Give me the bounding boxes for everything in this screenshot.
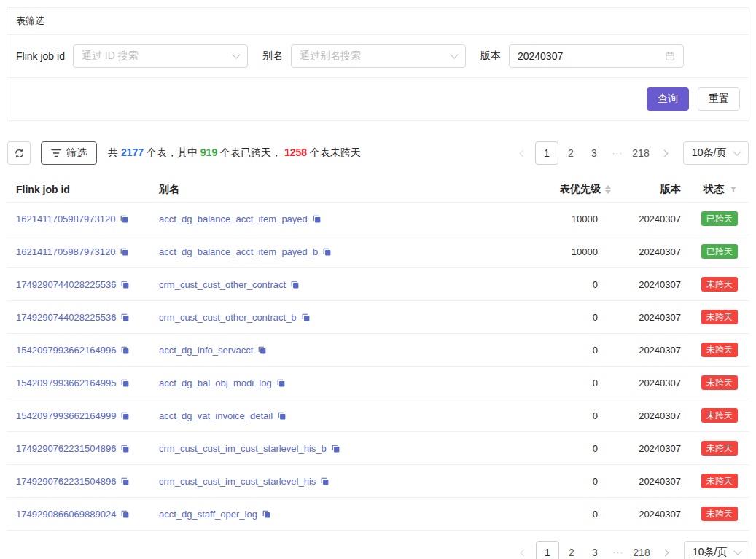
- status-badge: 未跨天: [701, 441, 738, 456]
- status-badge: 未跨天: [701, 343, 738, 357]
- alias-link[interactable]: crm_cust_cust_im_cust_starlevel_his: [159, 476, 316, 487]
- alias-link[interactable]: acct_dg_balance_acct_item_payed: [159, 214, 308, 224]
- calendar-icon: [665, 51, 675, 61]
- page-ellipsis[interactable]: ···: [607, 542, 629, 559]
- copy-icon[interactable]: [320, 477, 330, 486]
- summary-part: 共: [108, 146, 121, 158]
- copy-icon[interactable]: [120, 477, 130, 486]
- chevron-down-icon: [450, 50, 458, 58]
- flink-job-id-link[interactable]: 1749290762231504896: [16, 476, 116, 487]
- version-label: 版本: [480, 50, 501, 63]
- flink-job-id-link[interactable]: 1621411705987973120: [16, 214, 115, 224]
- chevron-down-icon: [733, 147, 741, 155]
- alias-link[interactable]: crm_cust_cust_other_contract_b: [159, 312, 297, 323]
- pagination-top: 1 2 3 ··· 218 10条/页: [511, 141, 749, 165]
- header-priority[interactable]: 表优先级: [487, 183, 611, 196]
- copy-icon[interactable]: [120, 444, 130, 453]
- header-priority-label: 表优先级: [560, 183, 601, 196]
- status-badge: 已跨天: [701, 211, 738, 226]
- copy-icon[interactable]: [301, 313, 311, 322]
- refresh-button[interactable]: [7, 141, 31, 165]
- page-2-button[interactable]: 2: [560, 142, 582, 164]
- prev-page-button[interactable]: [512, 142, 534, 164]
- chevron-left-icon: [519, 149, 526, 157]
- copy-icon[interactable]: [120, 411, 130, 421]
- chevron-right-icon: [661, 549, 669, 556]
- copy-icon[interactable]: [257, 345, 267, 355]
- page-size-select[interactable]: 10条/页: [683, 141, 749, 165]
- flink-job-id-link[interactable]: 1542097993662164995: [16, 378, 116, 388]
- prev-page-button[interactable]: [513, 542, 534, 559]
- flink-job-id-label: Flink job id: [16, 50, 65, 62]
- alias-link[interactable]: acct_dg_staff_oper_log: [159, 509, 257, 520]
- alias-link[interactable]: acct_dg_info_servacct: [159, 345, 253, 356]
- priority-value: 0: [487, 410, 611, 421]
- copy-icon[interactable]: [120, 214, 129, 224]
- flink-job-id-link[interactable]: 1542097993662164996: [16, 345, 116, 356]
- alias-link[interactable]: crm_cust_cust_other_contract: [159, 279, 286, 290]
- version-date-input[interactable]: 20240307: [509, 44, 684, 68]
- flink-job-id-link[interactable]: 1621411705987973120: [16, 246, 115, 257]
- copy-icon[interactable]: [120, 313, 130, 322]
- version-value: 20240307: [611, 214, 681, 224]
- alias-link[interactable]: acct_dg_vat_invoice_detail: [159, 410, 273, 421]
- chevron-down-icon: [232, 50, 240, 58]
- page-3-button[interactable]: 3: [584, 542, 606, 559]
- flink-job-id-link[interactable]: 1749290866069889024: [16, 509, 116, 520]
- page-1-button[interactable]: 1: [536, 541, 559, 559]
- status-badge: 未跨天: [701, 277, 738, 292]
- reset-button[interactable]: 重置: [698, 87, 740, 111]
- copy-icon[interactable]: [277, 411, 287, 421]
- filter-toggle-label: 筛选: [66, 146, 87, 160]
- copy-icon[interactable]: [290, 280, 300, 289]
- table-row: 1749290744028225536 crm_cust_cust_other_…: [7, 301, 749, 334]
- copy-icon[interactable]: [120, 509, 130, 519]
- header-alias: 别名: [159, 183, 487, 196]
- results-table: Flink job id 别名 表优先级 版本 状态 1621411705987…: [7, 176, 749, 531]
- query-button[interactable]: 查询: [647, 87, 689, 111]
- sort-icon[interactable]: [605, 185, 611, 194]
- copy-icon[interactable]: [322, 247, 332, 257]
- copy-icon[interactable]: [331, 444, 340, 453]
- flink-job-id-link[interactable]: 1749290744028225536: [16, 279, 116, 290]
- flink-job-id-placeholder: 通过 ID 搜索: [82, 50, 227, 63]
- status-badge: 未跨天: [701, 474, 738, 488]
- page-1-button[interactable]: 1: [535, 141, 558, 165]
- copy-icon[interactable]: [120, 378, 130, 388]
- priority-value: 10000: [487, 214, 611, 224]
- bottom-bar: 1 2 3 ··· 218 10条/页: [7, 541, 749, 559]
- copy-icon[interactable]: [120, 280, 130, 289]
- alias-link[interactable]: acct_dg_bal_obj_modi_log: [159, 378, 272, 388]
- page-2-button[interactable]: 2: [561, 542, 582, 559]
- table-row: 1542097993662164995 acct_dg_bal_obj_modi…: [7, 367, 749, 399]
- copy-icon[interactable]: [262, 509, 271, 519]
- alias-link[interactable]: crm_cust_cust_im_cust_starlevel_his_b: [159, 443, 327, 454]
- filter-lines-icon: [51, 148, 61, 158]
- alias-link[interactable]: acct_dg_balance_acct_item_payed_b: [159, 246, 318, 257]
- page-3-button[interactable]: 3: [583, 142, 605, 164]
- filter-funnel-icon[interactable]: [729, 185, 738, 194]
- page-last-button[interactable]: 218: [630, 142, 652, 164]
- flink-job-id-link[interactable]: 1749290762231504896: [16, 443, 116, 454]
- next-page-button[interactable]: [653, 142, 675, 164]
- copy-icon[interactable]: [312, 214, 322, 224]
- page-size-select[interactable]: 10条/页: [684, 541, 749, 559]
- copy-icon[interactable]: [276, 378, 286, 388]
- alias-field: 别名 通过别名搜索: [262, 44, 466, 68]
- flink-job-id-link[interactable]: 1749290744028225536: [16, 312, 116, 323]
- filter-toggle-button[interactable]: 筛选: [41, 141, 97, 165]
- copy-icon[interactable]: [120, 247, 129, 257]
- next-page-button[interactable]: [654, 542, 676, 559]
- copy-icon[interactable]: [120, 345, 130, 355]
- page-last-button[interactable]: 218: [631, 542, 652, 559]
- flink-job-id-link[interactable]: 1542097993662164999: [16, 410, 116, 421]
- flink-job-id-select[interactable]: 通过 ID 搜索: [73, 44, 248, 68]
- page-ellipsis[interactable]: ···: [607, 142, 628, 164]
- priority-value: 0: [487, 279, 611, 290]
- table-row: 1749290762231504896 crm_cust_cust_im_cus…: [7, 432, 749, 465]
- table-row: 1749290866069889024 acct_dg_staff_oper_l…: [7, 498, 749, 531]
- alias-select[interactable]: 通过别名搜索: [291, 44, 466, 68]
- version-value: 20240307: [518, 50, 659, 62]
- filter-card-title: 表筛选: [7, 8, 749, 35]
- total-count: 2177: [121, 146, 144, 158]
